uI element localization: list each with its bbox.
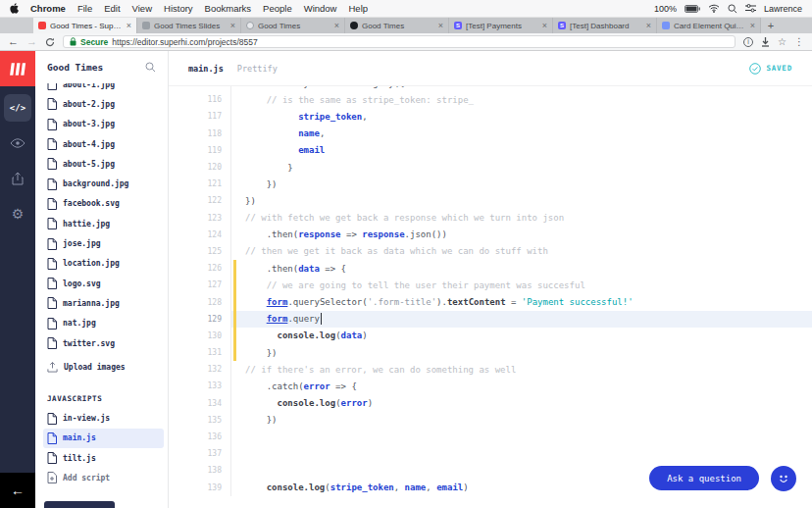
code-line-118[interactable]: 118 name, xyxy=(169,126,812,142)
control-center-icon[interactable] xyxy=(745,4,756,13)
add-script-button[interactable]: Add script xyxy=(35,468,168,487)
ask-question-button[interactable]: Ask a question xyxy=(649,466,759,490)
file-item[interactable]: about-5.jpg xyxy=(35,154,168,174)
code-line-125[interactable]: 125// then we get it back as data which … xyxy=(169,243,812,260)
file-search-icon[interactable] xyxy=(145,62,156,73)
code-line-132[interactable]: 132// if there's an error, we can do som… xyxy=(169,361,812,378)
refresh-button[interactable] xyxy=(45,37,55,47)
file-item[interactable]: in-view.js xyxy=(35,408,168,428)
tab-close-icon[interactable]: × xyxy=(334,22,339,30)
file-list: about-1.jpg about-2.jpg about-3.jpg abou… xyxy=(35,83,168,353)
code-line-126[interactable]: 126 .then(data => { xyxy=(169,260,812,277)
back-button[interactable]: ← xyxy=(8,36,19,47)
page-info-icon[interactable]: i xyxy=(743,37,753,47)
file-item[interactable]: twitter.svg xyxy=(35,333,168,353)
code-line-117[interactable]: 117 stripe_token, xyxy=(169,108,812,125)
file-item[interactable]: marianna.jpg xyxy=(35,293,168,313)
code-line-133[interactable]: 133 .catch(error => { xyxy=(169,378,812,394)
code-line-135[interactable]: 135 }) xyxy=(169,412,812,429)
menu-item[interactable]: View xyxy=(132,3,152,14)
code-line-124[interactable]: 124 .then(response => response.json()) xyxy=(169,227,812,243)
file-label: jose.jpg xyxy=(63,239,101,248)
menu-dots-icon[interactable]: ⋮ xyxy=(794,37,804,47)
code-line-123[interactable]: 123// with fetch we get back a response … xyxy=(169,210,812,227)
code-line-134[interactable]: 134 console.log(error) xyxy=(169,395,812,412)
code-line-129[interactable]: 129 form.query xyxy=(169,311,812,328)
file-item[interactable]: hattie.jpg xyxy=(35,214,168,233)
file-item[interactable]: background.jpg xyxy=(35,174,168,193)
browser-tab[interactable]: Good Times× xyxy=(345,18,449,33)
code-view-button[interactable]: </> xyxy=(4,94,31,122)
line-number: 131 xyxy=(169,344,231,361)
browser-tab[interactable]: Card Element Quicksta× xyxy=(657,18,761,33)
file-item[interactable]: main.js xyxy=(43,429,164,448)
menu-user-name[interactable]: Lawrence xyxy=(764,4,802,14)
apple-menu-icon[interactable] xyxy=(10,3,19,14)
tab-close-icon[interactable]: × xyxy=(230,22,235,30)
file-list-scroll[interactable]: about-1.jpg about-2.jpg about-3.jpg abou… xyxy=(35,83,168,508)
menu-app-name[interactable]: Chrome xyxy=(30,3,66,14)
menu-item[interactable]: History xyxy=(164,3,193,14)
file-item[interactable]: location.jpg xyxy=(35,254,168,274)
spotlight-search-icon[interactable] xyxy=(728,4,737,14)
share-button[interactable] xyxy=(4,165,31,192)
exit-editor-button[interactable]: ← xyxy=(0,473,35,508)
preview-eye-button[interactable] xyxy=(4,129,31,157)
file-item[interactable]: jose.jpg xyxy=(35,233,168,253)
forward-button[interactable]: → xyxy=(26,36,37,47)
line-marker xyxy=(231,227,239,243)
superhi-logo[interactable] xyxy=(0,51,35,86)
chat-smiley-button[interactable] xyxy=(771,466,796,491)
tab-close-icon[interactable]: × xyxy=(750,22,755,30)
browser-tab[interactable]: Good Times× xyxy=(241,18,345,33)
code-line-130[interactable]: 130 console.log(data) xyxy=(169,328,812,344)
code-line-122[interactable]: 122}) xyxy=(169,192,812,209)
tab-close-icon[interactable]: × xyxy=(542,22,547,30)
code-line-119[interactable]: 119 email xyxy=(169,142,812,159)
file-item[interactable]: tilt.js xyxy=(35,448,168,468)
editor-file-tab[interactable]: main.js xyxy=(188,64,224,74)
prettify-button[interactable]: Prettify xyxy=(237,64,278,74)
code-text: .then(data => { xyxy=(239,260,812,277)
browser-tab[interactable]: Good Times - Superhi× xyxy=(33,18,137,33)
tab-close-icon[interactable]: × xyxy=(438,22,443,30)
file-item[interactable]: facebook.svg xyxy=(35,194,168,214)
menu-item[interactable]: Bookmarks xyxy=(205,3,252,14)
changed-line-marker xyxy=(231,277,239,293)
tab-close-icon[interactable]: × xyxy=(127,22,131,30)
file-item[interactable]: about-1.jpg xyxy=(35,83,168,94)
menu-item[interactable]: Edit xyxy=(104,3,120,14)
file-item[interactable]: logo.svg xyxy=(35,274,168,293)
address-bar[interactable]: Secure https://editor.superhi.com/projec… xyxy=(63,35,736,48)
tab-close-icon[interactable]: × xyxy=(646,22,651,30)
menu-item[interactable]: File xyxy=(77,3,92,14)
download-icon[interactable] xyxy=(761,37,770,47)
code-editor[interactable]: 115 body: JSON.stringify({116 // is the … xyxy=(169,86,812,508)
code-line-127[interactable]: 127 // we are going to tell the user the… xyxy=(169,277,812,293)
code-line-120[interactable]: 120 } xyxy=(169,159,812,176)
code-line-128[interactable]: 128 form.querySelector('.form-title').te… xyxy=(169,293,812,310)
secure-lock-icon xyxy=(70,37,76,46)
line-marker xyxy=(231,445,239,462)
code-line-121[interactable]: 121 }) xyxy=(169,176,812,192)
file-item[interactable]: about-3.jpg xyxy=(35,115,168,134)
script-list: in-view.js main.js tilt.js xyxy=(35,408,168,468)
code-line-136[interactable]: 136 xyxy=(169,429,812,445)
browser-tab[interactable]: [Test] Payments× xyxy=(449,18,553,33)
wifi-icon[interactable] xyxy=(708,4,720,13)
menu-item[interactable]: Window xyxy=(304,3,337,14)
new-tab-button[interactable]: + xyxy=(761,18,781,33)
menu-item[interactable]: People xyxy=(263,3,292,14)
code-line-137[interactable]: 137 xyxy=(169,445,812,462)
bookmark-star-icon[interactable]: ☆ xyxy=(778,37,787,47)
file-item[interactable]: nat.jpg xyxy=(35,314,168,333)
browser-tab[interactable]: [Test] Dashboard× xyxy=(553,18,657,33)
file-item[interactable]: about-2.jpg xyxy=(35,94,168,114)
browser-tab[interactable]: Good Times Slides× xyxy=(137,18,241,33)
file-item[interactable]: about-4.jpg xyxy=(35,134,168,154)
menu-item[interactable]: Help xyxy=(348,3,368,14)
settings-gear-button[interactable]: ⚙ xyxy=(4,200,31,228)
code-line-131[interactable]: 131 }) xyxy=(169,344,812,361)
code-line-116[interactable]: 116 // is the same as stripe_token: stri… xyxy=(169,91,812,108)
upload-images-button[interactable]: Upload images xyxy=(35,357,168,377)
